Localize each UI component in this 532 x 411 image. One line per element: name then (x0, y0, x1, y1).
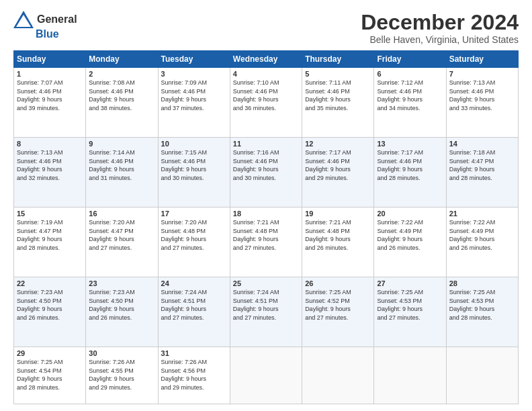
header-row: Sunday Monday Tuesday Wednesday Thursday… (14, 51, 519, 68)
table-row: 31Sunrise: 7:26 AMSunset: 4:56 PMDayligh… (158, 347, 230, 404)
logo-blue-text: Blue (36, 28, 59, 40)
day-number: 4 (233, 70, 299, 78)
day-number: 31 (161, 349, 227, 357)
table-row: 30Sunrise: 7:26 AMSunset: 4:55 PMDayligh… (86, 347, 158, 404)
day-info: Sunrise: 7:23 AMSunset: 4:50 PMDaylight:… (17, 288, 83, 322)
day-number: 26 (305, 279, 371, 287)
table-row: 14Sunrise: 7:18 AMSunset: 4:47 PMDayligh… (446, 138, 518, 208)
day-number: 24 (161, 279, 227, 287)
day-info: Sunrise: 7:20 AMSunset: 4:47 PMDaylight:… (89, 218, 154, 252)
day-info: Sunrise: 7:24 AMSunset: 4:51 PMDaylight:… (233, 288, 299, 322)
day-number: 25 (233, 279, 299, 287)
day-info: Sunrise: 7:25 AMSunset: 4:53 PMDaylight:… (377, 288, 443, 322)
calendar-page: General Blue December 2024 Belle Haven, … (0, 0, 532, 411)
table-row: 23Sunrise: 7:23 AMSunset: 4:50 PMDayligh… (86, 277, 158, 347)
table-row: 28Sunrise: 7:25 AMSunset: 4:53 PMDayligh… (446, 277, 518, 347)
table-row: 24Sunrise: 7:24 AMSunset: 4:51 PMDayligh… (158, 277, 230, 347)
day-number: 30 (89, 349, 154, 357)
day-info: Sunrise: 7:26 AMSunset: 4:55 PMDaylight:… (89, 358, 154, 392)
day-info: Sunrise: 7:25 AMSunset: 4:53 PMDaylight:… (449, 288, 515, 322)
table-row: 4Sunrise: 7:10 AMSunset: 4:46 PMDaylight… (230, 68, 302, 138)
day-number: 22 (17, 279, 83, 287)
day-number: 1 (17, 70, 83, 78)
table-row: 9Sunrise: 7:14 AMSunset: 4:46 PMDaylight… (86, 138, 158, 208)
col-wednesday: Wednesday (230, 51, 302, 68)
day-number: 10 (161, 140, 227, 148)
day-info: Sunrise: 7:10 AMSunset: 4:46 PMDaylight:… (233, 79, 299, 112)
day-number: 20 (377, 210, 443, 218)
table-row: 10Sunrise: 7:15 AMSunset: 4:46 PMDayligh… (158, 138, 230, 208)
day-info: Sunrise: 7:07 AMSunset: 4:46 PMDaylight:… (17, 79, 83, 112)
day-number: 14 (449, 140, 515, 148)
logo-general (13, 11, 36, 28)
day-info: Sunrise: 7:24 AMSunset: 4:51 PMDaylight:… (161, 288, 227, 322)
day-info: Sunrise: 7:23 AMSunset: 4:50 PMDaylight:… (89, 288, 154, 322)
table-row: 7Sunrise: 7:13 AMSunset: 4:46 PMDaylight… (446, 68, 518, 138)
table-row: 16Sunrise: 7:20 AMSunset: 4:47 PMDayligh… (86, 208, 158, 277)
col-monday: Monday (86, 51, 158, 68)
col-tuesday: Tuesday (158, 51, 230, 68)
calendar-table: Sunday Monday Tuesday Wednesday Thursday… (13, 50, 519, 404)
day-info: Sunrise: 7:13 AMSunset: 4:46 PMDaylight:… (17, 148, 83, 182)
header: General Blue December 2024 Belle Haven, … (13, 11, 519, 45)
day-info: Sunrise: 7:26 AMSunset: 4:56 PMDaylight:… (161, 358, 227, 392)
day-number: 5 (305, 70, 371, 78)
table-row: 6Sunrise: 7:12 AMSunset: 4:46 PMDaylight… (374, 68, 446, 138)
day-number: 23 (89, 279, 154, 287)
day-info: Sunrise: 7:20 AMSunset: 4:48 PMDaylight:… (161, 218, 227, 252)
col-friday: Friday (374, 51, 446, 68)
day-info: Sunrise: 7:13 AMSunset: 4:46 PMDaylight:… (449, 79, 515, 112)
col-saturday: Saturday (446, 51, 518, 68)
table-row: 8Sunrise: 7:13 AMSunset: 4:46 PMDaylight… (14, 138, 86, 208)
table-row (302, 347, 374, 404)
day-info: Sunrise: 7:15 AMSunset: 4:46 PMDaylight:… (161, 148, 227, 182)
day-info: Sunrise: 7:12 AMSunset: 4:46 PMDaylight:… (377, 79, 443, 112)
day-info: Sunrise: 7:25 AMSunset: 4:54 PMDaylight:… (17, 358, 83, 392)
day-number: 15 (17, 210, 83, 218)
table-row: 29Sunrise: 7:25 AMSunset: 4:54 PMDayligh… (14, 347, 86, 404)
table-row: 25Sunrise: 7:24 AMSunset: 4:51 PMDayligh… (230, 277, 302, 347)
col-sunday: Sunday (14, 51, 86, 68)
table-row: 15Sunrise: 7:19 AMSunset: 4:47 PMDayligh… (14, 208, 86, 277)
table-row: 22Sunrise: 7:23 AMSunset: 4:50 PMDayligh… (14, 277, 86, 347)
table-row: 21Sunrise: 7:22 AMSunset: 4:49 PMDayligh… (446, 208, 518, 277)
day-number: 13 (377, 140, 443, 148)
day-number: 17 (161, 210, 227, 218)
day-number: 16 (89, 210, 154, 218)
col-thursday: Thursday (302, 51, 374, 68)
day-info: Sunrise: 7:18 AMSunset: 4:47 PMDaylight:… (449, 148, 515, 182)
day-info: Sunrise: 7:22 AMSunset: 4:49 PMDaylight:… (449, 218, 515, 252)
day-info: Sunrise: 7:21 AMSunset: 4:48 PMDaylight:… (233, 218, 299, 252)
table-row (230, 347, 302, 404)
day-info: Sunrise: 7:11 AMSunset: 4:46 PMDaylight:… (305, 79, 371, 112)
location-title: Belle Haven, Virginia, United States (361, 34, 519, 45)
month-title: December 2024 (361, 11, 519, 34)
table-row (446, 347, 518, 404)
day-number: 28 (449, 279, 515, 287)
table-row: 17Sunrise: 7:20 AMSunset: 4:48 PMDayligh… (158, 208, 230, 277)
table-row: 1Sunrise: 7:07 AMSunset: 4:46 PMDaylight… (14, 68, 86, 138)
day-info: Sunrise: 7:17 AMSunset: 4:46 PMDaylight:… (377, 148, 443, 182)
day-info: Sunrise: 7:22 AMSunset: 4:49 PMDaylight:… (377, 218, 443, 252)
day-number: 29 (17, 349, 83, 357)
table-row: 2Sunrise: 7:08 AMSunset: 4:46 PMDaylight… (86, 68, 158, 138)
day-number: 19 (305, 210, 371, 218)
table-row: 3Sunrise: 7:09 AMSunset: 4:46 PMDaylight… (158, 68, 230, 138)
logo-text: General (13, 11, 79, 28)
day-number: 7 (449, 70, 515, 78)
day-number: 21 (449, 210, 515, 218)
logo: General Blue (13, 11, 79, 40)
table-row (374, 347, 446, 404)
table-row: 11Sunrise: 7:16 AMSunset: 4:46 PMDayligh… (230, 138, 302, 208)
day-info: Sunrise: 7:14 AMSunset: 4:46 PMDaylight:… (89, 148, 154, 182)
day-info: Sunrise: 7:21 AMSunset: 4:48 PMDaylight:… (305, 218, 371, 252)
table-row: 20Sunrise: 7:22 AMSunset: 4:49 PMDayligh… (374, 208, 446, 277)
day-number: 9 (89, 140, 154, 148)
day-info: Sunrise: 7:17 AMSunset: 4:46 PMDaylight:… (305, 148, 371, 182)
day-number: 11 (233, 140, 299, 148)
table-row: 5Sunrise: 7:11 AMSunset: 4:46 PMDaylight… (302, 68, 374, 138)
table-row: 13Sunrise: 7:17 AMSunset: 4:46 PMDayligh… (374, 138, 446, 208)
logo-general-text: General (37, 13, 77, 26)
day-number: 18 (233, 210, 299, 218)
day-info: Sunrise: 7:25 AMSunset: 4:52 PMDaylight:… (305, 288, 371, 322)
